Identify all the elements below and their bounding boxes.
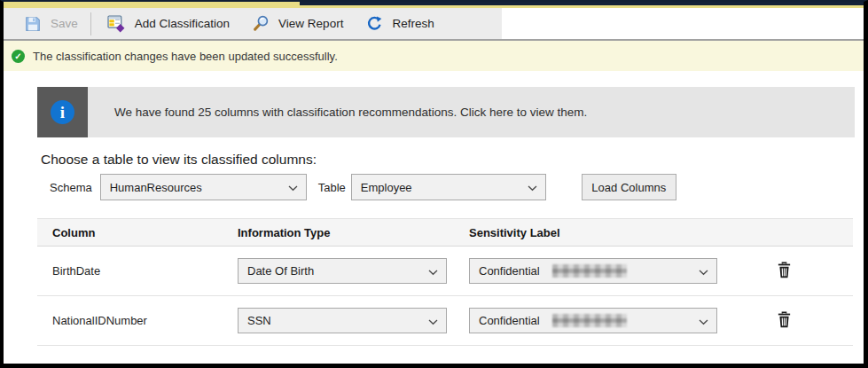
trash-icon — [777, 268, 792, 281]
save-icon — [23, 15, 43, 33]
success-check-icon: ✓ — [12, 50, 25, 63]
magnifier-icon — [251, 15, 270, 33]
recommendations-banner-body[interactable]: We have found 25 columns with classifica… — [88, 87, 855, 137]
add-classification-icon — [107, 15, 127, 33]
delete-classification-button[interactable] — [775, 309, 794, 330]
save-label: Save — [51, 17, 78, 30]
top-strip-navy-segment — [300, 2, 864, 5]
toolbar-separator — [90, 12, 91, 35]
chevron-down-icon — [428, 263, 438, 279]
table-header-row: Column Information Type Sensitivity Labe… — [37, 218, 853, 247]
info-icon-box: i — [37, 87, 88, 137]
sensitivity-label-value: Confidential — [479, 264, 540, 278]
table-row: BirthDate Date Of Birth Confidential — [37, 247, 853, 296]
add-classification-button[interactable]: Add Classification — [97, 11, 240, 37]
delete-classification-button[interactable] — [775, 260, 794, 280]
information-type-value: SSN — [247, 314, 271, 327]
information-type-header: Information Type — [238, 226, 469, 239]
save-button[interactable]: Save — [12, 11, 89, 37]
information-type-value: Date Of Birth — [247, 264, 314, 278]
trash-icon — [777, 317, 792, 331]
chevron-down-icon — [288, 179, 298, 195]
table-dropdown[interactable]: Employee — [351, 174, 546, 200]
chevron-down-icon — [699, 313, 708, 329]
refresh-button[interactable]: Refresh — [354, 11, 444, 37]
redacted-text-blur — [552, 314, 627, 327]
sensitivity-label-value: Confidential — [479, 314, 540, 327]
toolbar: Save Add Classification — [4, 8, 502, 39]
table-dropdown-value: Employee — [361, 181, 412, 194]
info-icon: i — [51, 100, 74, 124]
chevron-down-icon — [428, 313, 438, 329]
information-type-dropdown[interactable]: Date Of Birth — [238, 258, 447, 284]
refresh-icon — [364, 15, 384, 33]
sensitivity-label-header: Sensitivity Label — [469, 226, 726, 239]
information-type-dropdown[interactable]: SSN — [238, 308, 447, 333]
table-row: NationalIDNumber SSN Confidential — [37, 296, 853, 346]
view-report-button[interactable]: View Report — [240, 11, 354, 37]
status-message: The classification changes have been upd… — [33, 50, 338, 63]
column-name: BirthDate — [52, 264, 238, 278]
classified-columns-table: Column Information Type Sensitivity Labe… — [37, 218, 853, 346]
load-columns-button[interactable]: Load Columns — [582, 174, 676, 200]
column-header: Column — [52, 226, 238, 239]
table-picker-row: Schema HumanResources Table Employee Loa… — [50, 174, 864, 200]
picker-heading: Choose a table to view its classified co… — [41, 152, 864, 168]
schema-label: Schema — [50, 181, 92, 194]
schema-dropdown[interactable]: HumanResources — [100, 174, 307, 200]
sensitivity-label-dropdown[interactable]: Confidential — [469, 258, 717, 284]
schema-dropdown-value: HumanResources — [110, 181, 202, 194]
chevron-down-icon — [699, 263, 708, 279]
chevron-down-icon — [528, 179, 537, 195]
recommendations-message: We have found 25 columns with classifica… — [114, 106, 587, 119]
view-report-label: View Report — [278, 17, 343, 30]
redacted-text-blur — [552, 264, 627, 278]
data-classification-window: Save Add Classification — [0, 0, 868, 368]
table-label: Table — [318, 181, 346, 194]
sensitivity-label-dropdown[interactable]: Confidential — [469, 308, 717, 333]
recommendations-banner[interactable]: i We have found 25 columns with classifi… — [37, 87, 855, 137]
column-name: NationalIDNumber — [52, 314, 238, 327]
window-top-strip — [4, 2, 864, 8]
status-message-bar: ✓ The classification changes have been u… — [4, 41, 864, 71]
toolbar-row: Save Add Classification — [4, 8, 864, 39]
add-classification-label: Add Classification — [135, 17, 230, 30]
refresh-label: Refresh — [392, 17, 434, 30]
